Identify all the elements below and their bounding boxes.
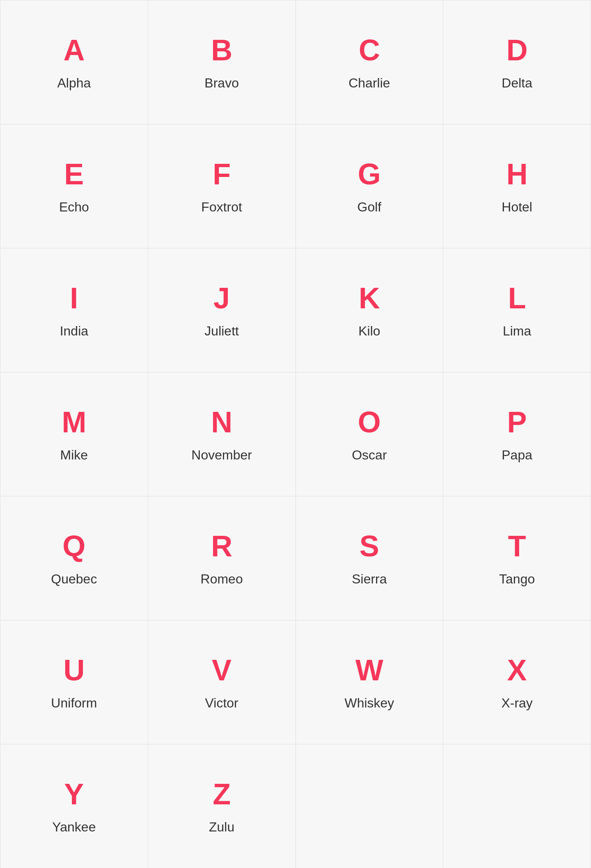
alphabet-cell-n: NNovember <box>148 372 296 496</box>
alphabet-cell-v: VVictor <box>148 620 296 744</box>
cell-letter-n: N <box>211 407 232 437</box>
alphabet-cell-r: RRomeo <box>148 496 296 620</box>
alphabet-cell-t: TTango <box>443 496 591 620</box>
cell-letter-w: W <box>355 655 383 685</box>
alphabet-cell-j: JJuliett <box>148 248 296 372</box>
alphabet-cell-g: GGolf <box>296 124 444 248</box>
cell-name-r: Romeo <box>201 572 243 586</box>
cell-letter-m: M <box>62 407 86 437</box>
alphabet-cell-s: SSierra <box>296 496 444 620</box>
cell-letter-l: L <box>508 283 526 313</box>
alphabet-cell-q: QQuebec <box>0 496 148 620</box>
cell-letter-c: C <box>359 35 380 65</box>
cell-letter-p: P <box>507 407 527 437</box>
empty-cell-1 <box>443 744 591 868</box>
alphabet-cell-h: HHotel <box>443 124 591 248</box>
cell-letter-g: G <box>358 159 381 189</box>
cell-letter-a: A <box>63 35 85 65</box>
cell-name-h: Hotel <box>502 200 532 214</box>
cell-name-o: Oscar <box>352 448 387 462</box>
cell-name-k: Kilo <box>358 324 380 338</box>
cell-name-p: Papa <box>502 448 532 462</box>
alphabet-cell-w: WWhiskey <box>296 620 444 744</box>
cell-name-m: Mike <box>60 448 88 462</box>
cell-letter-r: R <box>211 531 232 561</box>
cell-letter-s: S <box>360 531 379 561</box>
cell-letter-x: X <box>507 655 527 685</box>
cell-letter-o: O <box>358 407 381 437</box>
alphabet-cell-p: PPapa <box>443 372 591 496</box>
nato-alphabet-grid: AAlphaBBravoCCharlieDDeltaEEchoFFoxtrotG… <box>0 0 591 868</box>
cell-name-d: Delta <box>502 76 532 90</box>
alphabet-cell-x: XX-ray <box>443 620 591 744</box>
alphabet-cell-i: IIndia <box>0 248 148 372</box>
cell-letter-d: D <box>506 35 528 65</box>
cell-letter-h: H <box>506 159 528 189</box>
alphabet-cell-u: UUniform <box>0 620 148 744</box>
cell-name-n: November <box>191 448 252 462</box>
cell-name-i: India <box>60 324 88 338</box>
cell-name-j: Juliett <box>204 324 239 338</box>
cell-name-f: Foxtrot <box>201 200 242 214</box>
cell-name-s: Sierra <box>352 572 387 586</box>
cell-letter-i: I <box>70 283 78 313</box>
alphabet-cell-e: EEcho <box>0 124 148 248</box>
cell-letter-y: Y <box>64 779 84 809</box>
cell-name-u: Uniform <box>51 696 97 710</box>
cell-name-v: Victor <box>205 696 238 710</box>
alphabet-cell-l: LLima <box>443 248 591 372</box>
cell-name-w: Whiskey <box>344 696 394 710</box>
alphabet-cell-b: BBravo <box>148 0 296 124</box>
alphabet-cell-m: MMike <box>0 372 148 496</box>
cell-name-e: Echo <box>59 200 89 214</box>
alphabet-cell-y: YYankee <box>0 744 148 868</box>
alphabet-cell-d: DDelta <box>443 0 591 124</box>
cell-name-x: X-ray <box>501 696 532 710</box>
alphabet-cell-o: OOscar <box>296 372 444 496</box>
alphabet-cell-a: AAlpha <box>0 0 148 124</box>
cell-letter-k: K <box>359 283 380 313</box>
cell-letter-j: J <box>213 283 230 313</box>
alphabet-cell-k: KKilo <box>296 248 444 372</box>
empty-cell-0 <box>296 744 444 868</box>
cell-name-t: Tango <box>499 572 535 586</box>
cell-letter-f: F <box>213 159 231 189</box>
cell-name-l: Lima <box>503 324 531 338</box>
cell-name-b: Bravo <box>204 76 239 90</box>
cell-letter-e: E <box>64 159 84 189</box>
cell-name-y: Yankee <box>52 820 96 834</box>
alphabet-cell-z: ZZulu <box>148 744 296 868</box>
cell-letter-u: U <box>63 655 85 685</box>
cell-name-g: Golf <box>357 200 382 214</box>
cell-name-c: Charlie <box>348 76 390 90</box>
cell-name-a: Alpha <box>57 76 91 90</box>
cell-letter-q: Q <box>62 531 85 561</box>
cell-letter-z: Z <box>213 779 231 809</box>
alphabet-cell-f: FFoxtrot <box>148 124 296 248</box>
cell-letter-b: B <box>211 35 232 65</box>
cell-name-z: Zulu <box>209 820 234 834</box>
alphabet-cell-c: CCharlie <box>296 0 444 124</box>
cell-name-q: Quebec <box>51 572 97 586</box>
cell-letter-v: V <box>212 655 231 685</box>
cell-letter-t: T <box>508 531 526 561</box>
